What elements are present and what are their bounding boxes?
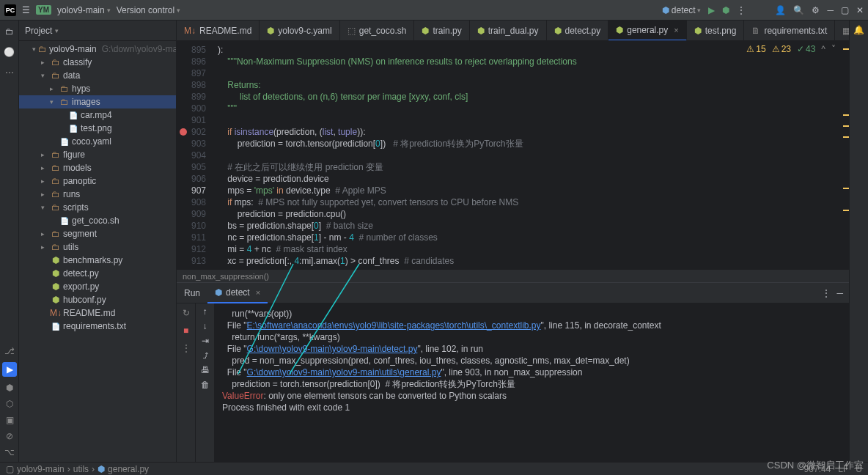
stop-icon[interactable]: ■ xyxy=(180,324,193,337)
collab-icon[interactable]: 👤 xyxy=(775,5,786,15)
tree-row[interactable]: ⬢benchmarks.py xyxy=(19,254,176,267)
more-icon[interactable]: ⋮ xyxy=(737,5,746,15)
code-editor[interactable]: 8958968978988999009019029039049059069079… xyxy=(177,41,849,269)
terminal-icon[interactable]: ▣ xyxy=(6,415,14,425)
branch-icon[interactable]: ▢ xyxy=(6,464,14,474)
structure-icon[interactable]: ⚪ xyxy=(3,45,16,59)
search-icon[interactable]: 🔍 xyxy=(793,5,804,15)
gutter: 8958968978988999009019029039049059069079… xyxy=(177,41,212,269)
more-tools-icon[interactable]: ⋯ xyxy=(3,66,16,79)
tree-row[interactable]: 📄requirements.txt xyxy=(19,320,176,333)
tree-row[interactable]: 📄test.png xyxy=(19,122,176,135)
services-icon[interactable]: ⬡ xyxy=(6,399,13,409)
rerun-icon[interactable]: ↻ xyxy=(180,306,193,320)
debug-icon[interactable]: ⬢ xyxy=(722,5,729,15)
git-icon[interactable]: ⎇ xyxy=(4,346,15,356)
run-icon[interactable]: ▶ xyxy=(708,5,715,15)
project-panel-header[interactable]: Project▾ xyxy=(19,21,176,41)
project-tree[interactable]: ▾🗀yolov9-main G:\down\yolov9-main\yolov9… xyxy=(19,41,176,462)
notifications-icon[interactable]: 🔔 xyxy=(853,25,864,35)
hamburger-icon[interactable]: ☰ xyxy=(22,5,30,15)
editor-tab[interactable]: ▦performance.png xyxy=(835,21,849,41)
inspection-summary[interactable]: ⚠ 15 ⚠ 23 ✓ 43 ^˅ xyxy=(746,44,836,54)
tree-row[interactable]: ▾🗀images xyxy=(19,95,176,108)
wrap-icon[interactable]: ⇥ xyxy=(202,336,209,346)
tree-row[interactable]: ▸🗀runs xyxy=(19,188,176,201)
watermark: CSDN @微智启工作室 xyxy=(767,459,864,472)
editor-tab[interactable]: ⬚get_coco.sh xyxy=(340,21,415,41)
scroll-icon[interactable]: ⭜ xyxy=(201,350,210,361)
tree-row[interactable]: ▸🗀figure xyxy=(19,148,176,161)
vcs-tool-icon[interactable]: ⌥ xyxy=(4,447,15,457)
tree-row[interactable]: ⬢export.py xyxy=(19,280,176,293)
console-output[interactable]: run(**vars(opt)) File "E:\software\anaco… xyxy=(215,303,849,462)
run-tool-icon[interactable]: ▶ xyxy=(2,362,17,377)
project-badge: YM xyxy=(36,5,51,15)
tree-row[interactable]: ▸🗀panoptic xyxy=(19,174,176,188)
editor-tab[interactable]: ⬢test.png xyxy=(687,21,745,41)
vcs-selector[interactable]: Version control ▾ xyxy=(117,5,180,15)
more-run-icon[interactable]: ⋮ xyxy=(180,342,193,355)
tree-row[interactable]: ▾🗀yolov9-main G:\down\yolov9-main\yolov9… xyxy=(19,43,176,56)
tree-row[interactable]: M↓README.md xyxy=(19,306,176,320)
editor-tab[interactable]: ⬢train.py xyxy=(414,21,469,41)
editor-tab[interactable]: 🗎requirements.txt xyxy=(744,21,835,41)
inspection-strip[interactable] xyxy=(840,41,849,269)
down-icon[interactable]: ↓ xyxy=(203,321,207,331)
file-breadcrumb[interactable]: yolov9-main › utils › ⬢ general.py xyxy=(17,464,149,474)
editor-tab[interactable]: ⬢yolov9-c.yaml xyxy=(260,21,339,41)
run-tab[interactable]: ⬢detect× xyxy=(207,283,268,303)
editor-breadcrumb: non_max_suppression() xyxy=(177,269,849,282)
run-title: Run xyxy=(177,288,207,298)
tree-row[interactable]: ▸🗀segment xyxy=(19,227,176,240)
tree-row[interactable]: ▸🗀hyps xyxy=(19,82,176,95)
breakpoint-icon[interactable] xyxy=(180,128,187,136)
print-icon[interactable]: 🖶 xyxy=(201,365,210,375)
tree-row[interactable]: ▸🗀utils xyxy=(19,240,176,254)
run-panel: Run ⬢detect× ⋮ ─ ↻ ■ ⋮ xyxy=(177,282,849,462)
right-toolbar: 🔔 xyxy=(849,21,868,462)
editor-tab[interactable]: ⬢detect.py xyxy=(547,21,609,41)
tree-row[interactable]: ▸🗀classify xyxy=(19,56,176,69)
tree-row[interactable]: ▸🗀models xyxy=(19,161,176,174)
minimize-run-icon[interactable]: ─ xyxy=(836,288,843,298)
run-config[interactable]: ⬢ detect ▾ xyxy=(662,5,702,15)
tree-row[interactable]: ⬢hubconf.py xyxy=(19,293,176,306)
trash-icon[interactable]: 🗑 xyxy=(201,380,210,390)
python-console-icon[interactable]: ⬢ xyxy=(6,383,13,393)
close-icon[interactable]: ✕ xyxy=(856,5,864,15)
tree-row[interactable]: ▾🗀scripts xyxy=(19,201,176,214)
statusbar: ▢ yolov9-main › utils › ⬢ general.py 907… xyxy=(0,462,868,475)
titlebar: PC ☰ YM yolov9-main ▾ Version control ▾ … xyxy=(0,0,868,21)
settings-icon[interactable]: ⚙ xyxy=(812,5,820,15)
code-area[interactable]: ): """Non-Maximum Suppression (NMS) on i… xyxy=(212,41,840,269)
close-icon[interactable]: × xyxy=(256,288,260,297)
tree-row[interactable]: 📄car.mp4 xyxy=(19,108,176,122)
editor-tabs: M↓README.md⬢yolov9-c.yaml⬚get_coco.sh⬢tr… xyxy=(177,21,849,41)
problems-icon[interactable]: ⊘ xyxy=(6,431,13,441)
project-selector[interactable]: yolov9-main ▾ xyxy=(57,5,111,15)
maximize-icon[interactable]: ▢ xyxy=(841,5,849,15)
editor-tab[interactable]: M↓README.md xyxy=(177,21,260,41)
close-icon[interactable]: × xyxy=(674,26,678,34)
app-logo: PC xyxy=(4,4,16,16)
run-toolbar: ↻ ■ ⋮ xyxy=(177,303,196,462)
project-tool-icon[interactable]: 🗀 xyxy=(3,25,16,38)
tree-row[interactable]: ⬢detect.py xyxy=(19,267,176,280)
editor-tab[interactable]: ⬢general.py× xyxy=(608,21,686,41)
run-options-icon[interactable]: ⋮ xyxy=(822,288,831,298)
tree-row[interactable]: ▾🗀data xyxy=(19,69,176,82)
tree-row[interactable]: 📄get_coco.sh xyxy=(19,214,176,227)
minimize-icon[interactable]: ─ xyxy=(827,5,834,15)
tree-row[interactable]: 📄coco.yaml xyxy=(19,135,176,148)
up-icon[interactable]: ↑ xyxy=(203,306,207,317)
editor-tab[interactable]: ⬢train_dual.py xyxy=(470,21,547,41)
project-panel: Project▾ ▾🗀yolov9-main G:\down\yolov9-ma… xyxy=(19,21,177,462)
